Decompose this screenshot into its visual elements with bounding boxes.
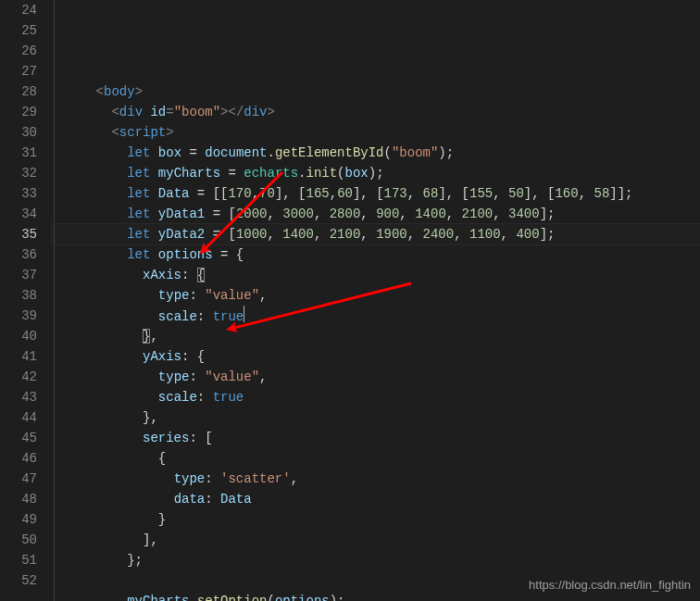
line-number: 50 xyxy=(0,530,37,550)
code-line[interactable]: type: 'scatter', xyxy=(65,469,700,489)
line-number: 34 xyxy=(0,204,37,224)
code-line[interactable]: <body> xyxy=(65,81,700,102)
line-number: 38 xyxy=(0,285,37,306)
line-number: 27 xyxy=(0,61,37,81)
line-number: 36 xyxy=(0,244,37,265)
code-line[interactable]: }, xyxy=(65,407,700,428)
line-number: 29 xyxy=(0,102,37,122)
code-line[interactable]: let yData1 = [2000, 3000, 2800, 900, 140… xyxy=(65,204,700,224)
line-number: 24 xyxy=(0,0,37,20)
code-line[interactable]: type: "value", xyxy=(65,367,700,387)
line-number: 26 xyxy=(0,41,37,61)
code-line[interactable]: scale: true xyxy=(65,387,700,407)
watermark-text: https://blog.csdn.net/lin_fightin xyxy=(529,575,691,595)
code-line[interactable]: let myCharts = echarts.init(box); xyxy=(65,163,700,183)
line-number: 25 xyxy=(0,20,37,41)
code-line[interactable]: ], xyxy=(65,530,700,550)
line-number: 35 xyxy=(0,224,37,244)
line-number-gutter: 2425262728293031323334353637383940414243… xyxy=(0,0,52,601)
code-line[interactable]: yAxis: { xyxy=(65,346,700,367)
code-editor[interactable]: 2425262728293031323334353637383940414243… xyxy=(0,0,700,601)
code-line[interactable]: scale: true xyxy=(65,306,700,326)
line-number: 52 xyxy=(0,570,37,591)
line-number: 31 xyxy=(0,143,37,163)
line-number: 45 xyxy=(0,428,37,448)
code-area[interactable]: <body> <div id="boom"></div> <script> le… xyxy=(52,0,700,601)
line-number: 47 xyxy=(0,469,37,489)
line-number: 33 xyxy=(0,183,37,204)
code-line[interactable]: }, xyxy=(65,326,700,346)
code-line[interactable]: { xyxy=(65,448,700,469)
text-cursor xyxy=(244,306,244,322)
code-line[interactable]: let options = { xyxy=(65,244,700,265)
code-line[interactable]: series: [ xyxy=(65,428,700,448)
line-number: 42 xyxy=(0,367,37,387)
line-number: 37 xyxy=(0,265,37,285)
line-number: 41 xyxy=(0,346,37,367)
line-number: 44 xyxy=(0,407,37,428)
line-number: 40 xyxy=(0,326,37,346)
code-line[interactable]: type: "value", xyxy=(65,285,700,306)
code-line[interactable]: let box = document.getElementById("boom"… xyxy=(65,143,700,163)
line-number: 48 xyxy=(0,489,37,509)
code-line[interactable]: let yData2 = [1000, 1400, 2100, 1900, 24… xyxy=(65,224,700,244)
indent-guide xyxy=(54,0,55,601)
code-line[interactable]: <script> xyxy=(65,122,700,143)
line-number: 46 xyxy=(0,448,37,469)
line-number: 32 xyxy=(0,163,37,183)
line-number: 49 xyxy=(0,509,37,530)
code-line[interactable]: xAxis: { xyxy=(65,265,700,285)
line-number: 51 xyxy=(0,550,37,570)
code-line[interactable]: }; xyxy=(65,550,700,570)
code-line[interactable]: } xyxy=(65,509,700,530)
line-number: 28 xyxy=(0,81,37,102)
code-line[interactable]: let Data = [[170,70], [165,60], [173, 68… xyxy=(65,183,700,204)
code-line[interactable]: <div id="boom"></div> xyxy=(65,102,700,122)
code-line[interactable]: data: Data xyxy=(65,489,700,509)
line-number: 43 xyxy=(0,387,37,407)
line-number: 39 xyxy=(0,306,37,326)
line-number: 30 xyxy=(0,122,37,143)
